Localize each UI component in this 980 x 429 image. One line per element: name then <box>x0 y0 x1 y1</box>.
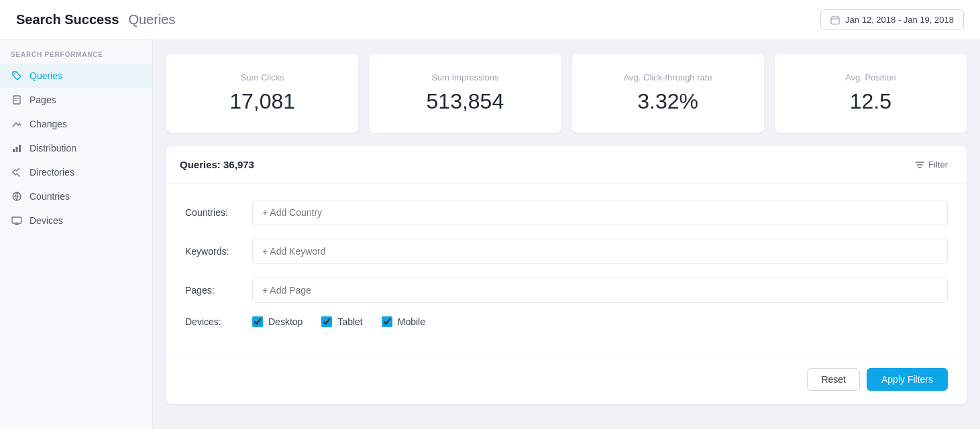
metric-label-ctr: Avg. Click-through rate <box>586 72 751 82</box>
svg-rect-0 <box>831 17 839 24</box>
apply-filters-button[interactable]: Apply Filters <box>867 368 948 391</box>
mobile-checkbox[interactable] <box>382 316 392 327</box>
app-title: Search Success <box>16 12 119 27</box>
queries-number: 36,973 <box>223 159 254 170</box>
svg-point-1 <box>14 73 15 74</box>
sidebar: SEARCH PERFORMANCE Queries Pages Changes… <box>0 40 153 429</box>
metric-value-position: 12.5 <box>788 89 953 114</box>
metric-label-position: Avg. Position <box>788 72 953 82</box>
desktop-label: Desktop <box>268 316 303 327</box>
date-range-picker[interactable]: Jan 12, 2018 - Jan 19, 2018 <box>820 9 964 30</box>
sidebar-label-devices: Devices <box>30 215 63 226</box>
tag-icon <box>11 70 23 82</box>
svg-rect-4 <box>16 147 18 152</box>
sidebar-label-directories: Directories <box>30 167 74 178</box>
sidebar-item-devices[interactable]: Devices <box>0 208 152 233</box>
header: Search Success Queries Jan 12, 2018 - Ja… <box>0 0 980 40</box>
directories-icon <box>11 166 23 178</box>
queries-label: Queries: <box>180 159 223 170</box>
filter-header: Queries: 36,973 Filter <box>166 146 967 184</box>
sidebar-item-pages[interactable]: Pages <box>0 88 152 112</box>
metric-cards: Sum Clicks 17,081 Sum Impressions 513,85… <box>166 54 967 133</box>
pages-input[interactable] <box>252 278 948 303</box>
main-content: Sum Clicks 17,081 Sum Impressions 513,85… <box>153 40 980 429</box>
pages-icon <box>11 94 23 106</box>
date-range-text: Jan 12, 2018 - Jan 19, 2018 <box>845 15 954 25</box>
sidebar-item-distribution[interactable]: Distribution <box>0 136 152 160</box>
metric-label-clicks: Sum Clicks <box>180 72 345 82</box>
svg-rect-2 <box>13 96 20 104</box>
sidebar-item-changes[interactable]: Changes <box>0 112 152 136</box>
filter-toggle-button[interactable]: Filter <box>910 157 953 172</box>
metric-label-impressions: Sum Impressions <box>382 72 547 82</box>
sidebar-label-distribution: Distribution <box>30 143 76 154</box>
calendar-icon <box>830 15 840 25</box>
sidebar-item-queries[interactable]: Queries <box>0 64 152 88</box>
sidebar-label-countries: Countries <box>30 191 70 202</box>
keywords-filter-row: Keywords: <box>185 239 948 264</box>
filter-panel: Queries: 36,973 Filter Countries: Keywor… <box>166 146 967 404</box>
metric-sum-impressions: Sum Impressions 513,854 <box>369 54 561 133</box>
metric-value-impressions: 513,854 <box>382 89 547 114</box>
metric-sum-clicks: Sum Clicks 17,081 <box>166 54 358 133</box>
sidebar-label-pages: Pages <box>30 95 56 105</box>
desktop-checkbox-label[interactable]: Desktop <box>252 316 303 327</box>
changes-icon <box>11 118 23 130</box>
tablet-checkbox[interactable] <box>321 316 332 327</box>
devices-checkboxes: Desktop Tablet Mobile <box>252 316 425 327</box>
sidebar-label-changes: Changes <box>30 119 67 129</box>
devices-filter-row: Devices: Desktop Tablet Mobile <box>185 316 948 327</box>
filter-body: Countries: Keywords: Pages: Devices: <box>166 184 967 357</box>
countries-filter-row: Countries: <box>185 200 948 225</box>
sidebar-item-directories[interactable]: Directories <box>0 160 152 184</box>
svg-rect-7 <box>12 217 21 223</box>
svg-rect-3 <box>13 149 15 152</box>
pages-label: Pages: <box>185 285 252 296</box>
countries-label: Countries: <box>185 207 252 218</box>
mobile-label: Mobile <box>398 316 425 327</box>
svg-rect-5 <box>19 145 21 152</box>
page-title: Queries <box>128 12 175 27</box>
reset-button[interactable]: Reset <box>807 368 860 391</box>
mobile-checkbox-label[interactable]: Mobile <box>382 316 425 327</box>
filter-icon <box>915 160 924 170</box>
sidebar-label-queries: Queries <box>30 70 62 81</box>
filter-button-label: Filter <box>928 160 948 170</box>
countries-input[interactable] <box>252 200 948 225</box>
devices-label: Devices: <box>185 316 252 327</box>
metric-avg-position: Avg. Position 12.5 <box>775 54 967 133</box>
tablet-checkbox-label[interactable]: Tablet <box>321 316 362 327</box>
sidebar-item-countries[interactable]: Countries <box>0 184 152 208</box>
globe-icon <box>11 190 23 202</box>
queries-count: Queries: 36,973 <box>180 159 254 170</box>
metric-value-ctr: 3.32% <box>586 89 751 114</box>
metric-avg-ctr: Avg. Click-through rate 3.32% <box>572 54 764 133</box>
sidebar-section-label: SEARCH PERFORMANCE <box>0 51 152 64</box>
metric-value-clicks: 17,081 <box>180 89 345 114</box>
monitor-icon <box>11 214 23 227</box>
desktop-checkbox[interactable] <box>252 316 263 327</box>
header-left: Search Success Queries <box>16 12 175 27</box>
tablet-label: Tablet <box>337 316 362 327</box>
layout: SEARCH PERFORMANCE Queries Pages Changes… <box>0 40 980 429</box>
keywords-label: Keywords: <box>185 246 252 257</box>
filter-actions: Reset Apply Filters <box>166 357 967 404</box>
distribution-icon <box>11 142 23 154</box>
keywords-input[interactable] <box>252 239 948 264</box>
pages-filter-row: Pages: <box>185 278 948 303</box>
